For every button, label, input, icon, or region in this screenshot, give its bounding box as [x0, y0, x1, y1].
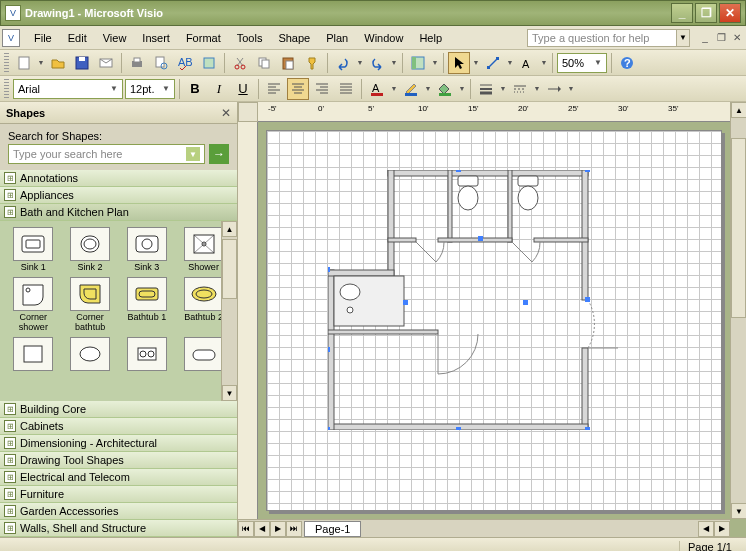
menu-format[interactable]: Format	[178, 30, 229, 46]
help-button[interactable]: ?	[616, 52, 638, 74]
line-weight-dropdown[interactable]: ▼	[499, 85, 507, 92]
pointer-tool-button[interactable]	[448, 52, 470, 74]
italic-button[interactable]: I	[208, 78, 230, 100]
shapes-dropdown[interactable]: ▼	[431, 59, 439, 66]
help-dropdown[interactable]: ▼	[676, 29, 690, 47]
redo-dropdown[interactable]: ▼	[390, 59, 398, 66]
font-color-dropdown[interactable]: ▼	[390, 85, 398, 92]
stencil-cabinets[interactable]: ⊞Cabinets	[0, 418, 237, 435]
format-painter-button[interactable]	[301, 52, 323, 74]
shape-more-3[interactable]	[120, 337, 175, 371]
shape-sink-3[interactable]: Sink 3	[120, 227, 175, 273]
stencil-electrical[interactable]: ⊞Electrical and Telecom	[0, 469, 237, 486]
shape-sink-1[interactable]: Sink 1	[6, 227, 61, 273]
stencil-appliances[interactable]: ⊞Appliances	[0, 187, 237, 204]
menu-edit[interactable]: Edit	[60, 30, 95, 46]
next-page-button[interactable]: ▶	[270, 521, 286, 537]
cut-button[interactable]	[229, 52, 251, 74]
stencil-garden[interactable]: ⊞Garden Accessories	[0, 503, 237, 520]
scroll-up-button[interactable]: ▲	[222, 221, 237, 237]
floor-plan-drawing[interactable]	[328, 170, 618, 430]
line-pattern-button[interactable]	[509, 78, 531, 100]
shapes-search-go-button[interactable]: →	[209, 144, 229, 164]
align-justify-button[interactable]	[335, 78, 357, 100]
connector-dropdown[interactable]: ▼	[506, 59, 514, 66]
drawing-canvas[interactable]	[258, 122, 730, 519]
line-ends-dropdown[interactable]: ▼	[567, 85, 575, 92]
open-button[interactable]	[47, 52, 69, 74]
scroll-right-button[interactable]: ▶	[714, 521, 730, 537]
font-color-button[interactable]: A	[366, 78, 388, 100]
print-preview-button[interactable]	[150, 52, 172, 74]
stencil-building-core[interactable]: ⊞Building Core	[0, 401, 237, 418]
shapes-window-button[interactable]	[407, 52, 429, 74]
fill-color-button[interactable]	[434, 78, 456, 100]
new-button[interactable]	[13, 52, 35, 74]
scroll-down-button[interactable]: ▼	[222, 385, 237, 401]
scroll-thumb[interactable]	[222, 239, 237, 299]
print-button[interactable]	[126, 52, 148, 74]
redo-button[interactable]	[366, 52, 388, 74]
scroll-up-button[interactable]: ▲	[731, 102, 746, 118]
align-right-button[interactable]	[311, 78, 333, 100]
text-dropdown[interactable]: ▼	[540, 59, 548, 66]
bold-button[interactable]: B	[184, 78, 206, 100]
menu-tools[interactable]: Tools	[229, 30, 271, 46]
shape-corner-shower[interactable]: Corner shower	[6, 277, 61, 333]
pointer-dropdown[interactable]: ▼	[472, 59, 480, 66]
line-ends-button[interactable]	[543, 78, 565, 100]
line-color-button[interactable]	[400, 78, 422, 100]
doc-restore-button[interactable]: ❐	[714, 31, 728, 45]
fill-color-dropdown[interactable]: ▼	[458, 85, 466, 92]
shape-bathtub-1[interactable]: Bathtub 1	[120, 277, 175, 333]
paste-button[interactable]	[277, 52, 299, 74]
shape-corner-bathtub[interactable]: Corner bathtub	[63, 277, 118, 333]
shapes-close-button[interactable]: ✕	[221, 106, 231, 120]
doc-close-button[interactable]: ✕	[730, 31, 744, 45]
font-combo[interactable]: Arial▼	[13, 79, 123, 99]
last-page-button[interactable]: ⏭	[286, 521, 302, 537]
line-pattern-dropdown[interactable]: ▼	[533, 85, 541, 92]
stencil-annotations[interactable]: ⊞Annotations	[0, 170, 237, 187]
spelling-button[interactable]: ABC	[174, 52, 196, 74]
stencil-scrollbar[interactable]: ▲ ▼	[221, 221, 237, 401]
undo-button[interactable]	[332, 52, 354, 74]
save-button[interactable]	[71, 52, 93, 74]
doc-minimize-button[interactable]: _	[698, 31, 712, 45]
first-page-button[interactable]: ⏮	[238, 521, 254, 537]
menu-file[interactable]: File	[26, 30, 60, 46]
menu-shape[interactable]: Shape	[270, 30, 318, 46]
menu-window[interactable]: Window	[356, 30, 411, 46]
toolbar-grip[interactable]	[4, 53, 9, 73]
undo-dropdown[interactable]: ▼	[356, 59, 364, 66]
help-search-input[interactable]: Type a question for help	[527, 29, 677, 47]
stencil-drawing-tool[interactable]: ⊞Drawing Tool Shapes	[0, 452, 237, 469]
shape-more-1[interactable]	[6, 337, 61, 371]
align-center-button[interactable]	[287, 78, 309, 100]
minimize-button[interactable]: _	[671, 3, 693, 23]
shape-more-2[interactable]	[63, 337, 118, 371]
horizontal-ruler[interactable]: -5' 0' 5' 10' 15' 20' 25' 30' 35'	[258, 102, 730, 122]
ruler-corner[interactable]	[238, 102, 258, 122]
scroll-down-button[interactable]: ▼	[731, 503, 746, 519]
stencil-furniture[interactable]: ⊞Furniture	[0, 486, 237, 503]
menu-view[interactable]: View	[95, 30, 135, 46]
menu-insert[interactable]: Insert	[134, 30, 178, 46]
scroll-left-button[interactable]: ◀	[698, 521, 714, 537]
text-tool-button[interactable]: A	[516, 52, 538, 74]
vertical-scrollbar[interactable]: ▲ ▼	[730, 102, 746, 519]
toolbar-grip[interactable]	[4, 79, 9, 99]
underline-button[interactable]: U	[232, 78, 254, 100]
line-weight-button[interactable]	[475, 78, 497, 100]
align-left-button[interactable]	[263, 78, 285, 100]
shapes-search-input[interactable]: Type your search here▼	[8, 144, 205, 164]
zoom-combo[interactable]: 50%▼	[557, 53, 607, 73]
maximize-button[interactable]: ❐	[695, 3, 717, 23]
menu-plan[interactable]: Plan	[318, 30, 356, 46]
vertical-ruler[interactable]	[238, 122, 258, 519]
font-size-combo[interactable]: 12pt.▼	[125, 79, 175, 99]
stencil-dimensioning[interactable]: ⊞Dimensioning - Architectural	[0, 435, 237, 452]
copy-button[interactable]	[253, 52, 275, 74]
page-tab-1[interactable]: Page-1	[304, 521, 361, 537]
scroll-thumb[interactable]	[731, 138, 746, 318]
